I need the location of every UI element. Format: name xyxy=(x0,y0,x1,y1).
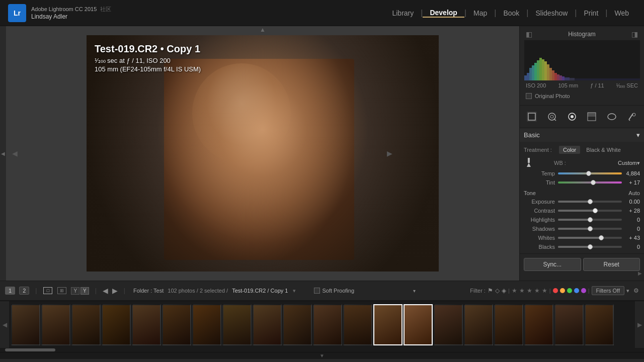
crop-tool[interactable] xyxy=(525,110,539,124)
whites-thumb[interactable] xyxy=(599,235,604,240)
contrast-slider[interactable] xyxy=(558,210,622,212)
highlights-slider[interactable] xyxy=(558,219,622,221)
nav-print[interactable]: Print xyxy=(577,9,606,17)
right-panel-toggle[interactable]: ▶ xyxy=(638,270,642,276)
filmstrip-left-arrow[interactable]: ◀ xyxy=(0,301,9,348)
original-photo-label: Original Photo xyxy=(535,93,570,99)
page-num-1[interactable]: 1 xyxy=(5,287,15,295)
blacks-slider[interactable] xyxy=(558,246,622,248)
film-thumb-10[interactable] xyxy=(283,304,312,345)
prev-photo-button[interactable]: ◀ xyxy=(103,287,108,295)
basic-panel-header[interactable]: Basic ▾ xyxy=(520,128,644,142)
film-thumb-7[interactable] xyxy=(192,304,221,345)
filmstrip-right-arrow[interactable]: ▶ xyxy=(635,301,644,348)
next-photo-button[interactable]: ▶ xyxy=(112,287,118,295)
filter-green[interactable] xyxy=(567,288,572,293)
filters-dropdown[interactable]: ▾ xyxy=(626,288,629,294)
film-thumb-11[interactable] xyxy=(313,304,342,345)
original-photo-checkbox[interactable] xyxy=(526,93,532,99)
photo-title: Test-019.CR2 • Copy 1 xyxy=(95,43,201,55)
film-thumb-4[interactable] xyxy=(102,304,131,345)
filter-yellow[interactable] xyxy=(560,288,565,293)
soft-proofing-checkbox[interactable] xyxy=(314,288,320,294)
highlights-thumb[interactable] xyxy=(588,217,593,222)
shadows-thumb[interactable] xyxy=(588,226,593,231)
film-thumb-20[interactable] xyxy=(585,304,614,345)
top-panel-toggle[interactable]: ▲ xyxy=(260,26,266,33)
star-1[interactable]: ★ xyxy=(512,287,517,294)
film-thumb-18[interactable] xyxy=(524,304,553,345)
auto-button[interactable]: Auto xyxy=(628,190,640,196)
film-thumb-2[interactable] xyxy=(41,304,70,345)
film-thumb-19[interactable] xyxy=(554,304,584,345)
histogram-clipping-left[interactable]: ◧ xyxy=(526,30,532,38)
film-thumb-8[interactable] xyxy=(222,304,252,345)
histogram-header[interactable]: ◧ Histogram ◨ xyxy=(522,28,642,40)
nav-web[interactable]: Web xyxy=(607,9,636,17)
film-thumb-5[interactable] xyxy=(132,304,161,345)
y-comparison[interactable]: Y xyxy=(80,287,89,295)
film-thumb-9[interactable] xyxy=(253,304,282,345)
tint-thumb[interactable] xyxy=(591,180,596,185)
film-thumb-1[interactable] xyxy=(11,304,40,345)
flag-pick-icon[interactable]: ◇ xyxy=(495,287,500,294)
graduated-filter-tool[interactable] xyxy=(585,110,599,124)
film-thumb-6[interactable] xyxy=(162,304,191,345)
filter-red[interactable] xyxy=(553,288,558,293)
treatment-bw-button[interactable]: Black & White xyxy=(582,146,624,154)
nav-map[interactable]: Map xyxy=(466,9,494,17)
left-panel[interactable]: ◀ xyxy=(0,26,6,281)
film-thumb-17[interactable] xyxy=(494,304,523,345)
nav-develop[interactable]: Develop xyxy=(423,9,464,18)
bottom-panel-toggle[interactable]: ▼ xyxy=(0,352,644,359)
contrast-thumb[interactable] xyxy=(593,208,598,213)
reset-button[interactable]: Reset xyxy=(583,258,640,271)
treatment-color-button[interactable]: Color xyxy=(559,146,580,154)
exposure-slider[interactable] xyxy=(558,201,622,203)
single-view-icon[interactable]: □ xyxy=(43,287,52,294)
grid-view-icon[interactable]: ⊞ xyxy=(57,287,66,294)
wb-dropper-tool[interactable] xyxy=(524,158,534,168)
toolbar-toggle-icon[interactable]: ▾ xyxy=(413,288,416,294)
filters-off-button[interactable]: Filters Off xyxy=(592,286,624,295)
flag-reject-icon[interactable]: ◈ xyxy=(502,287,506,294)
sync-button[interactable]: Sync... xyxy=(524,258,581,271)
right-scroll-arrow[interactable]: ▶ xyxy=(387,149,392,157)
adjustment-brush-tool[interactable] xyxy=(625,110,639,124)
tint-slider[interactable] xyxy=(558,182,622,184)
film-thumb-14[interactable] xyxy=(404,304,433,345)
star-3[interactable]: ★ xyxy=(527,287,532,294)
film-thumb-3[interactable] xyxy=(71,304,101,345)
film-thumb-13[interactable] xyxy=(373,304,403,345)
filmstrip-scrollbar-thumb[interactable] xyxy=(5,348,55,351)
temp-slider[interactable] xyxy=(558,172,622,174)
spot-removal-tool[interactable] xyxy=(545,110,559,124)
temp-thumb[interactable] xyxy=(586,171,591,176)
whites-slider[interactable] xyxy=(558,237,622,239)
red-eye-tool[interactable] xyxy=(565,110,579,124)
nav-slideshow[interactable]: Slideshow xyxy=(529,9,575,17)
exposure-thumb[interactable] xyxy=(588,199,593,204)
film-thumb-12[interactable] xyxy=(343,304,372,345)
filter-settings-icon[interactable]: ⚙ xyxy=(633,287,639,294)
y-mode[interactable]: Y xyxy=(71,287,79,295)
star-4[interactable]: ★ xyxy=(534,287,540,294)
page-num-2[interactable]: 2 xyxy=(19,287,29,295)
path-dropdown[interactable]: ▾ xyxy=(293,288,296,294)
filter-purple[interactable] xyxy=(581,288,586,293)
nav-library[interactable]: Library xyxy=(385,9,421,17)
filmstrip-scrollbar[interactable] xyxy=(0,348,644,352)
flag-white-icon[interactable]: ⚑ xyxy=(488,287,493,294)
star-5[interactable]: ★ xyxy=(542,287,547,294)
left-scroll-arrow[interactable]: ◀ xyxy=(12,149,18,157)
film-thumb-16[interactable] xyxy=(464,304,493,345)
blacks-thumb[interactable] xyxy=(588,244,593,249)
histogram-clipping-right[interactable]: ◨ xyxy=(631,30,638,38)
star-2[interactable]: ★ xyxy=(519,287,525,294)
film-thumb-15[interactable] xyxy=(434,304,463,345)
wb-dropdown-icon[interactable]: ▾ xyxy=(637,160,640,166)
shadows-slider[interactable] xyxy=(558,228,622,230)
nav-book[interactable]: Book xyxy=(496,9,526,17)
filter-blue[interactable] xyxy=(574,288,579,293)
radial-filter-tool[interactable] xyxy=(605,110,619,124)
